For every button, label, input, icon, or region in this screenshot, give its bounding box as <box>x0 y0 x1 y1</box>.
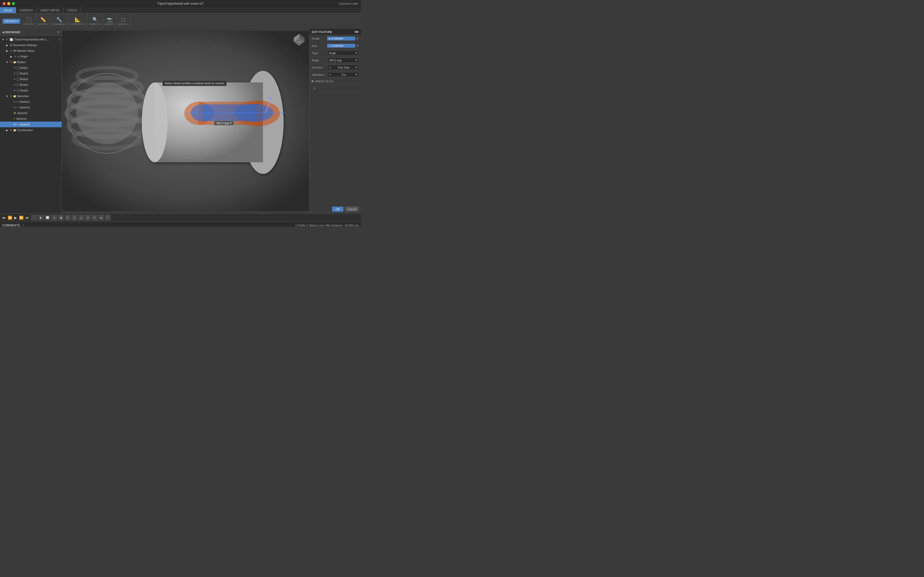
pb-icon-1[interactable]: ⬛ <box>31 215 37 221</box>
add-comment-icon[interactable]: ＋ <box>22 223 25 227</box>
type-dropdown[interactable]: Angle ▾ <box>327 50 359 55</box>
eye-icon[interactable]: 👁 <box>10 95 12 98</box>
tree-item-origin[interactable]: ▶ 👁 ⊕ Origin <box>0 53 61 59</box>
tree-item-body3[interactable]: 👁 □ Body3 <box>0 76 61 82</box>
tree-item-doc-settings[interactable]: ▶ ⚙ Document Settings <box>0 42 61 48</box>
profile-selected-badge[interactable]: ◈ 1 selected <box>327 37 355 40</box>
pb-icon-4[interactable]: ◫ <box>51 215 57 221</box>
tree-item-sketch4[interactable]: ✏ Sketch4 <box>0 116 61 122</box>
toolbar-insert[interactable]: 📷 INSERT ▾ <box>103 13 116 29</box>
tree-item-sketches-label: Sketches <box>17 95 29 98</box>
tab-sheet-metal[interactable]: SHEET METAL <box>37 7 64 13</box>
navigation-cube[interactable]: BACK <box>291 31 307 47</box>
direction-dropdown[interactable]: ↩ One Side ▾ <box>327 65 359 70</box>
eye-icon[interactable]: 👁 <box>10 61 12 64</box>
eye-icon[interactable]: 👁 <box>13 66 16 69</box>
toolbar-construct[interactable]: 📐 CONSTRUCT ▾ <box>68 13 88 29</box>
create-icon: ⬛ <box>26 17 32 23</box>
pb-icon-7[interactable]: ◱ <box>71 215 77 221</box>
eye-icon[interactable]: 👁 <box>13 89 16 92</box>
axis-selected-badge[interactable]: ⊸ 1 selected <box>327 44 355 48</box>
tree-item-root[interactable]: ▼ 👁 📄 Tripod Hyperboloid with s... ↻ <box>0 37 61 42</box>
user-name: Eammon Littler <box>339 2 359 5</box>
sync-icon[interactable]: ↻ <box>58 38 61 41</box>
play-begin-button[interactable]: ⏮ <box>2 216 6 220</box>
viewport[interactable]: Select sketch profiles or planar faces t… <box>62 29 309 213</box>
angle-selected-value: 360.0 deg <box>329 59 342 62</box>
pb-icon-8[interactable]: ◲ <box>78 215 84 221</box>
maximize-button[interactable] <box>12 2 15 5</box>
cancel-button[interactable]: Cancel <box>345 206 359 212</box>
angle-dropdown-icon[interactable]: ▾ <box>230 121 231 125</box>
tree-item-named-views[interactable]: ▶ 👁 📷 Named Views <box>0 48 61 53</box>
eye-icon[interactable]: 👁 <box>13 78 16 81</box>
toolbar-assemble[interactable]: 🔧 ASSEMBLE ▾ <box>50 13 68 29</box>
eye-icon[interactable]: 👁 <box>13 123 16 126</box>
axis-clear-button[interactable]: ✕ <box>356 44 359 48</box>
objects-to-cut-expand-icon: ▶ <box>312 79 314 83</box>
direction-icon: ↩ <box>329 66 331 69</box>
toolbar-create[interactable]: ⬛ CREATE ▾ <box>22 13 36 29</box>
toolbar-inspect[interactable]: 🔍 INSPECT ▾ <box>88 13 103 29</box>
play-button[interactable]: ▶ <box>14 216 17 220</box>
tree-item-construction[interactable]: ▶ 👁 📁 Construction <box>0 127 61 133</box>
eye-icon[interactable]: 👁 <box>6 38 8 41</box>
tree-item-body4[interactable]: 👁 □ Body4 <box>0 82 61 88</box>
tree-item-body1[interactable]: 👁 □ Body1 <box>0 65 61 71</box>
window-controls[interactable] <box>3 2 15 5</box>
close-browser-icon[interactable]: ✕ <box>57 31 60 34</box>
operation-dropdown[interactable]: ✂ Cut ▾ <box>327 72 359 77</box>
pb-icon-12[interactable]: ⬡ <box>105 215 111 221</box>
pb-icon-6[interactable]: ◰ <box>65 215 70 221</box>
toolbar-modify[interactable]: ✏️ MODIFY ▾ <box>36 13 50 29</box>
play-prev-button[interactable]: ⏪ <box>8 216 12 220</box>
minimize-button[interactable] <box>7 2 10 5</box>
profile-clear-button[interactable]: ✕ <box>356 37 359 40</box>
collapse-sidebar-icon[interactable]: ◀ <box>2 31 4 34</box>
tree-item-sketch2[interactable]: 👁 ✏ Sketch2 <box>0 105 61 110</box>
pb-icon-3[interactable]: ⬜ <box>45 215 50 221</box>
angle-badge[interactable]: 360.0 deg ▾ <box>214 121 234 126</box>
tree-item-bodies[interactable]: ▼ 👁 📁 Bodies <box>0 59 61 65</box>
edit-feature-title: EDIT FEATURE <box>312 31 332 34</box>
pb-icon-10[interactable]: ⊡ <box>92 215 97 221</box>
comments-section[interactable]: COMMENTS ＋ <box>2 223 25 227</box>
insert-icon: 📷 <box>107 17 112 23</box>
tree-item-sketch5[interactable]: 👁 ✏ Sketch5 <box>0 122 61 127</box>
user-info: Eammon Littler <box>339 2 359 5</box>
tree-item-sketch3[interactable]: ⚡ Sketch3 <box>0 110 61 116</box>
play-next-button[interactable]: ⏩ <box>19 216 23 220</box>
body-icon: □ <box>17 83 19 87</box>
eye-icon[interactable]: 👁 <box>10 129 12 132</box>
modify-icon: ✏️ <box>40 17 46 23</box>
ok-button[interactable]: OK <box>332 206 343 212</box>
toolbar-select[interactable]: ⬚ SELECT ▾ <box>116 13 131 29</box>
eye-icon[interactable]: 👁 <box>13 100 16 103</box>
eye-icon[interactable]: 👁 <box>14 55 16 58</box>
tree-item-sketches[interactable]: ▼ 👁 📁 Sketches <box>0 93 61 99</box>
pb-icon-2[interactable]: ◧ <box>38 215 44 221</box>
tree-item-body4-label: Body4 <box>20 83 28 86</box>
select-label: SELECT ▾ <box>118 23 129 26</box>
eye-icon[interactable]: 👁 <box>13 84 16 86</box>
design-dropdown[interactable]: DESIGN ▾ <box>3 19 20 24</box>
toolbar-row: DESIGN ▾ ⬛ CREATE ▾ ✏️ MODIFY ▾ 🔧 ASSEMB… <box>0 13 361 29</box>
pb-icon-5[interactable]: ▦ <box>58 215 64 221</box>
objects-to-cut[interactable]: ▶ Objects To Cut <box>310 78 361 84</box>
eye-icon[interactable]: 👁 <box>13 106 16 109</box>
angle-dropdown[interactable]: 360.0 deg ▾ <box>327 58 359 63</box>
eye-icon[interactable]: 👁 <box>10 50 12 52</box>
tree-item-body5[interactable]: 👁 □ Body5 <box>0 88 61 93</box>
tab-solid[interactable]: SOLID <box>0 7 16 13</box>
pb-icon-9[interactable]: ◳ <box>85 215 90 221</box>
tab-surface[interactable]: SURFACE <box>16 7 37 13</box>
eye-icon[interactable]: 👁 <box>13 72 16 75</box>
tab-tools[interactable]: TOOLS <box>64 7 81 13</box>
tree-item-sketch1[interactable]: 👁 ✏ Sketch1 <box>0 99 61 105</box>
cut-icon: ✂ <box>329 73 331 76</box>
pb-icon-11[interactable]: ◈ <box>98 215 104 221</box>
play-end-button[interactable]: ⏭ <box>26 216 29 220</box>
close-button[interactable] <box>3 2 6 5</box>
tree-item-body2[interactable]: 👁 □ Body2 <box>0 71 61 76</box>
expand-panel-icon[interactable]: ▶▶ <box>355 30 359 34</box>
